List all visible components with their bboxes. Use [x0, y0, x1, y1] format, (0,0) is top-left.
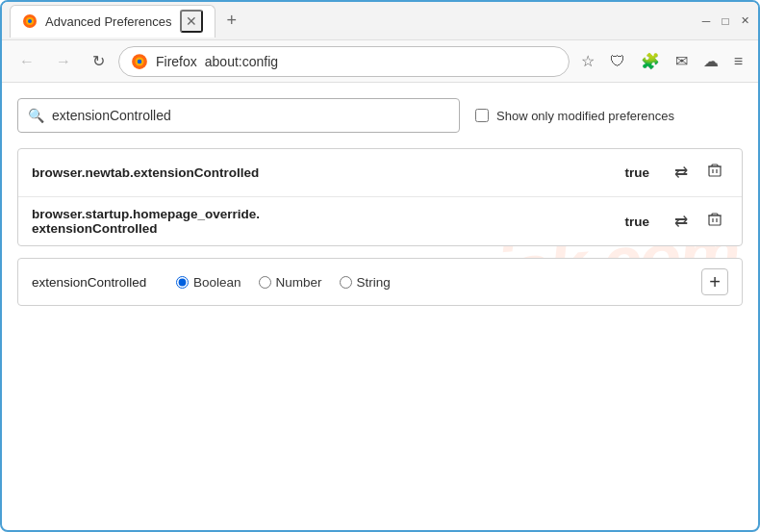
menu-icon[interactable]: ≡	[728, 49, 748, 74]
pref-value-1: true	[624, 165, 649, 180]
delete-icon-2	[707, 212, 722, 227]
pref-name-2-line2: extensionControlled	[32, 221, 613, 236]
account-icon[interactable]: ☁	[697, 48, 724, 74]
radio-number-label: Number	[276, 275, 322, 290]
mail-icon[interactable]: ✉	[670, 48, 694, 74]
nav-icons: ☆ 🛡 🧩 ✉ ☁ ≡	[575, 48, 748, 74]
delete-button-1[interactable]	[701, 159, 728, 187]
minimize-button[interactable]	[700, 15, 712, 27]
radio-string-input[interactable]	[340, 276, 352, 289]
window-close-button[interactable]	[739, 15, 750, 27]
tab-title: Advanced Preferences	[45, 14, 172, 29]
table-row: browser.newtab.extensionControlled true …	[18, 149, 742, 197]
radio-boolean-label: Boolean	[193, 275, 241, 290]
search-icon: 🔍	[28, 108, 44, 123]
pref-value-2: true	[624, 215, 649, 229]
action-icons-2: ⇄	[669, 208, 728, 236]
type-radio-group: Boolean Number String	[176, 275, 391, 290]
browser-tab: Advanced Preferences ✕	[10, 5, 215, 38]
new-pref-name: extensionControlled	[32, 275, 157, 290]
forward-button[interactable]: →	[48, 47, 79, 76]
content-area: risk.com 🔍 Show only modified preference…	[2, 83, 758, 321]
toggle-button-2[interactable]: ⇄	[669, 208, 694, 236]
tab-close-button[interactable]: ✕	[180, 10, 203, 33]
action-icons-1: ⇄	[669, 159, 728, 187]
back-button[interactable]: ←	[12, 47, 42, 76]
search-box[interactable]: 🔍	[17, 98, 460, 133]
show-modified-checkbox[interactable]	[475, 109, 489, 122]
show-modified-wrap: Show only modified preferences	[475, 109, 674, 123]
delete-icon-1	[707, 163, 722, 178]
radio-boolean-input[interactable]	[176, 276, 189, 289]
pref-name-1: browser.newtab.extensionControlled	[32, 165, 613, 180]
svg-point-5	[138, 59, 142, 63]
radio-string[interactable]: String	[340, 275, 391, 290]
reload-button[interactable]: ↻	[85, 46, 113, 76]
search-input[interactable]	[52, 108, 449, 123]
new-tab-button[interactable]: +	[219, 7, 245, 35]
pref-name-2: browser.startup.homepage_override. exten…	[32, 207, 613, 236]
search-row: 🔍 Show only modified preferences	[17, 98, 743, 133]
shield-icon[interactable]: 🛡	[604, 49, 631, 74]
address-text: about:config	[205, 54, 278, 69]
results-table: browser.newtab.extensionControlled true …	[17, 148, 743, 246]
radio-number-input[interactable]	[259, 276, 271, 289]
address-bar[interactable]: Firefox about:config	[118, 46, 570, 77]
maximize-button[interactable]	[720, 15, 731, 27]
show-modified-label: Show only modified preferences	[496, 109, 674, 123]
bookmark-icon[interactable]: ☆	[575, 48, 600, 74]
nav-bar: ← → ↻ Firefox about:config ☆ 🛡 🧩 ✉ ☁ ≡	[2, 40, 758, 83]
toggle-button-1[interactable]: ⇄	[669, 159, 694, 187]
svg-rect-6	[709, 166, 721, 176]
tab-favicon	[22, 13, 38, 29]
new-pref-row: extensionControlled Boolean Number Strin…	[17, 258, 743, 306]
window-controls	[700, 15, 750, 27]
radio-string-label: String	[357, 275, 391, 290]
pref-name-2-line1: browser.startup.homepage_override.	[32, 207, 613, 221]
radio-number[interactable]: Number	[259, 275, 322, 290]
delete-button-2[interactable]	[701, 208, 728, 236]
svg-rect-9	[709, 215, 721, 225]
browser-label: Firefox	[156, 54, 197, 69]
add-pref-button[interactable]: +	[701, 268, 728, 295]
firefox-logo	[131, 53, 148, 70]
extension-icon[interactable]: 🧩	[635, 48, 666, 74]
title-bar: Advanced Preferences ✕ +	[2, 2, 758, 40]
radio-boolean[interactable]: Boolean	[176, 275, 241, 290]
table-row: browser.startup.homepage_override. exten…	[18, 197, 742, 245]
svg-point-2	[28, 19, 32, 23]
